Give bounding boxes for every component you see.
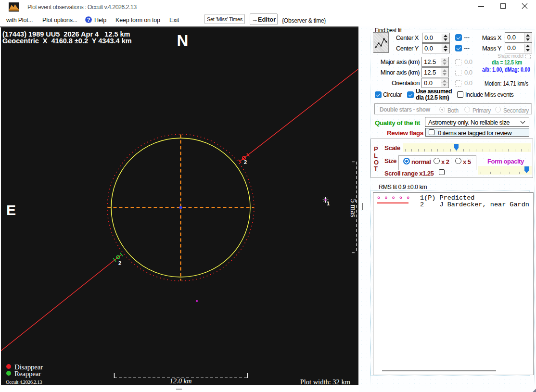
svg-text:12.0 km: 12.0 km <box>170 377 192 385</box>
svg-text:Plot width: 32 km: Plot width: 32 km <box>300 378 351 386</box>
svg-text:5 mas: 5 mas <box>349 199 357 217</box>
svg-text:N: N <box>177 32 189 50</box>
svg-text:2: 2 <box>118 260 121 266</box>
svg-text:E: E <box>6 202 16 218</box>
svg-text:2: 2 <box>244 159 247 165</box>
svg-text:Reappear: Reappear <box>14 370 41 378</box>
svg-text:?: ? <box>87 17 90 23</box>
svg-text:Geocentric X 4160.8 ±0.2 Y: Geocentric X 4160.8 ±0.2 Y 4343.4 km <box>2 37 132 45</box>
svg-text:Occult 4.2026.2.13: Occult 4.2026.2.13 <box>6 379 42 385</box>
svg-text:1: 1 <box>327 201 330 206</box>
